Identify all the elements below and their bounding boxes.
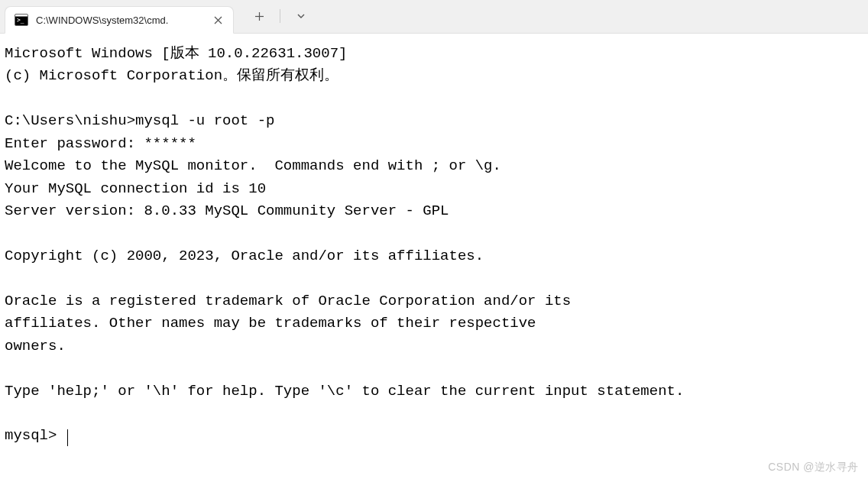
terminal-cursor	[67, 429, 69, 446]
tab-title: C:\WINDOWS\system32\cmd.	[36, 15, 202, 26]
tabbar-actions	[234, 0, 316, 33]
new-tab-button[interactable]	[245, 3, 274, 29]
terminal-prompt: mysql>	[5, 427, 66, 444]
tab-cmd[interactable]: >_ C:\WINDOWS\system32\cmd.	[5, 6, 234, 34]
divider	[280, 9, 280, 23]
watermark: CSDN @逆水寻舟	[768, 461, 859, 474]
close-icon[interactable]	[210, 12, 225, 28]
terminal-icon: >_	[15, 13, 28, 27]
terminal-output[interactable]: Microsoft Windows [版本 10.0.22631.3007] (…	[0, 34, 868, 454]
dropdown-button[interactable]	[287, 3, 316, 29]
svg-text:>_: >_	[17, 17, 24, 24]
titlebar: >_ C:\WINDOWS\system32\cmd.	[0, 0, 868, 34]
terminal-lines: Microsoft Windows [版本 10.0.22631.3007] (…	[5, 45, 684, 400]
